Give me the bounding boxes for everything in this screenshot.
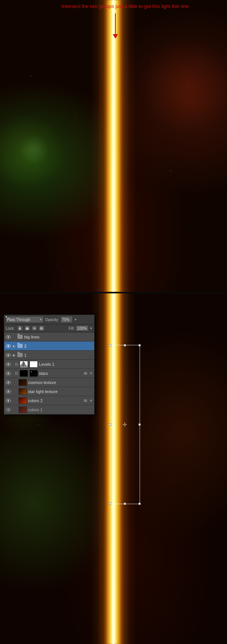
link-icon-levels-1: ⛓ bbox=[15, 362, 19, 366]
layer-options-colors2[interactable] bbox=[83, 398, 88, 403]
layer-menu-stars[interactable]: ▼ bbox=[89, 371, 93, 375]
mask-thumbnail-levels-1 bbox=[30, 361, 38, 368]
mask-thumbnail-stars bbox=[30, 370, 38, 377]
layer-row-starlight-texture[interactable]: star light texture bbox=[4, 387, 94, 396]
layer-options-stars[interactable] bbox=[83, 371, 88, 376]
opacity-label: Opacity: bbox=[45, 318, 59, 322]
visibility-toggle-stars[interactable] bbox=[6, 371, 11, 376]
visibility-toggle-group-1[interactable] bbox=[6, 353, 11, 358]
svg-rect-1 bbox=[19, 327, 20, 328]
layer-row-levels-1[interactable]: ⛓ Levels 1 bbox=[4, 360, 94, 369]
folder-icon-big-lines bbox=[17, 334, 23, 340]
blend-mode-value: Pass Through bbox=[7, 318, 30, 322]
fill-value-text: 100% bbox=[77, 326, 87, 331]
svg-rect-2 bbox=[26, 328, 29, 330]
svg-point-22 bbox=[8, 391, 9, 392]
svg-point-18 bbox=[85, 373, 86, 374]
visibility-toggle-starlight[interactable] bbox=[6, 389, 11, 394]
folder-icon-group-1 bbox=[17, 353, 23, 358]
layer-row-big-lines[interactable]: big lines bbox=[4, 332, 94, 342]
annotation-arrow bbox=[113, 13, 118, 39]
arrow-line bbox=[115, 13, 116, 34]
svg-point-14 bbox=[8, 364, 9, 365]
lock-position-button[interactable] bbox=[31, 326, 37, 331]
svg-point-28 bbox=[8, 409, 9, 411]
layer-name-cosmos: cosmos texture bbox=[28, 380, 93, 385]
svg-point-26 bbox=[85, 400, 86, 401]
lock-label: Lock: bbox=[6, 326, 15, 331]
layer-name-group-1: 1 bbox=[24, 353, 93, 357]
thumbnail-colors2 bbox=[19, 397, 27, 404]
svg-rect-6 bbox=[41, 328, 42, 329]
lens-flare bbox=[19, 135, 49, 165]
layer-name-levels-1: Levels 1 bbox=[39, 362, 93, 367]
svg-point-8 bbox=[8, 336, 9, 338]
thin-center-line-bottom bbox=[113, 292, 114, 644]
layers-panel: Pass Through ▼ Opacity: 70% ▼ Lock: bbox=[4, 315, 95, 415]
layer-row-colors-1[interactable]: colors 1 bbox=[4, 405, 94, 414]
annotation-label: Intersect the two groups just a little t… bbox=[62, 3, 190, 9]
blend-mode-dropdown[interactable]: Pass Through ▼ bbox=[6, 316, 44, 323]
thumbnail-cosmos bbox=[19, 379, 27, 386]
annotation-text: Intersect the two groups just a little t… bbox=[28, 3, 223, 10]
svg-point-24 bbox=[8, 400, 9, 401]
section-divider bbox=[0, 292, 227, 293]
thin-center-line-top bbox=[113, 0, 114, 292]
link-icon-stars: ⛓ bbox=[15, 371, 19, 375]
lock-all-button[interactable] bbox=[39, 326, 45, 331]
thumbnail-levels-1 bbox=[20, 361, 28, 368]
svg-point-10 bbox=[8, 345, 9, 347]
layer-row-cosmos-texture[interactable]: cosmos texture bbox=[4, 378, 94, 387]
fill-label: Fill: bbox=[69, 326, 75, 331]
visibility-toggle-colors1[interactable] bbox=[6, 407, 11, 412]
thumbnail-stars bbox=[20, 370, 28, 377]
thumbnail-starlight bbox=[19, 388, 27, 395]
svg-point-12 bbox=[8, 354, 9, 356]
lock-image-button[interactable] bbox=[24, 326, 30, 331]
arrow-head bbox=[113, 34, 118, 39]
fill-input[interactable]: 100% bbox=[76, 325, 89, 331]
layer-row-colors-2[interactable]: colors 2 ▼ bbox=[4, 396, 94, 405]
layer-row-group-1[interactable]: ▶ 1 bbox=[4, 351, 94, 360]
expand-arrow-group-2[interactable]: ▶ bbox=[12, 344, 16, 348]
layer-row-group-2[interactable]: ▶ 2 bbox=[4, 342, 94, 351]
layer-name-colors2: colors 2 bbox=[28, 398, 82, 403]
layer-menu-colors2[interactable]: ▼ bbox=[89, 399, 93, 403]
visibility-toggle-big-lines[interactable] bbox=[6, 334, 11, 340]
opacity-arrow-icon: ▼ bbox=[74, 318, 77, 321]
layer-name-big-lines: big lines bbox=[24, 335, 93, 339]
folder-icon-group-2 bbox=[17, 343, 23, 349]
blend-mode-arrow-icon: ▼ bbox=[39, 318, 42, 321]
red-glow bbox=[140, 38, 227, 133]
opacity-input[interactable]: 70% bbox=[61, 316, 73, 323]
layer-name-starlight: star light texture bbox=[28, 389, 93, 394]
lock-pixels-button[interactable] bbox=[17, 326, 23, 331]
layer-row-stars[interactable]: ⛓ stars ▼ bbox=[4, 369, 94, 378]
layer-name-group-2: 2 bbox=[24, 344, 93, 348]
fill-arrow-icon: ▼ bbox=[90, 327, 93, 330]
thumbnail-colors1 bbox=[19, 406, 27, 413]
top-canvas-section bbox=[0, 0, 227, 292]
visibility-toggle-colors2[interactable] bbox=[6, 398, 11, 403]
visibility-toggle-levels-1[interactable] bbox=[6, 362, 11, 367]
opacity-value-text: 70% bbox=[62, 318, 70, 322]
svg-point-16 bbox=[8, 373, 9, 374]
visibility-toggle-group-2[interactable] bbox=[6, 343, 11, 349]
layer-name-colors1: colors 1 bbox=[28, 407, 93, 412]
expand-arrow-group-1[interactable]: ▶ bbox=[12, 353, 16, 357]
svg-point-20 bbox=[8, 382, 9, 383]
layer-name-stars: stars bbox=[39, 371, 82, 376]
visibility-toggle-cosmos[interactable] bbox=[6, 380, 11, 385]
panel-top-bar: Pass Through ▼ Opacity: 70% ▼ bbox=[4, 315, 94, 324]
lock-bar: Lock: Fill: bbox=[4, 324, 94, 332]
